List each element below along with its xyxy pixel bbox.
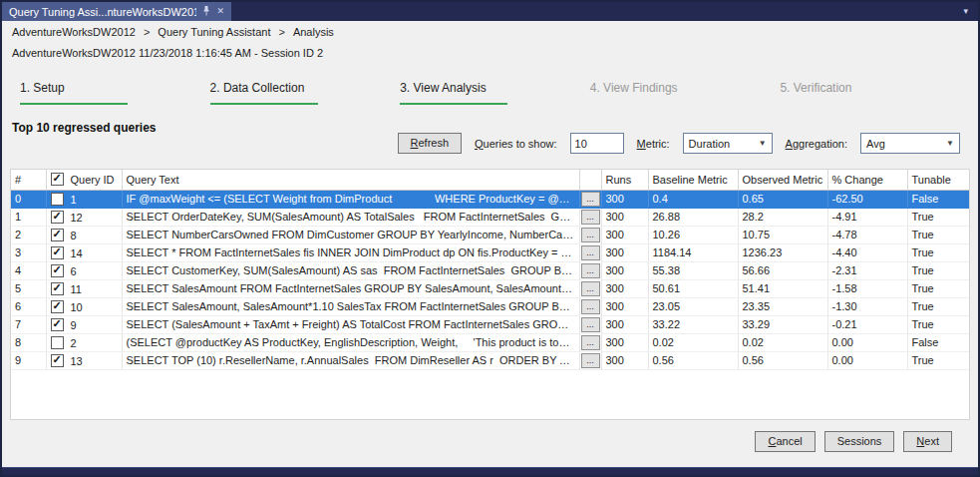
chevron-down-icon: ▼ [759,139,767,148]
step-setup[interactable]: 1. Setup [20,81,210,105]
column-header-baseline: Baseline Metric [648,170,738,190]
step-underline [20,103,128,105]
row-checkbox[interactable] [51,264,64,277]
queries-to-show-input[interactable] [570,133,624,154]
query-detail-button[interactable]: ... [581,228,600,242]
table-body: 0 1 IF @maxWeight <= (SELECT Weight from… [11,190,969,369]
table-row[interactable]: 5 11 SELECT SalesAmount FROM FactInterne… [11,279,969,297]
step-view-findings: 4. View Findings [590,81,781,105]
bottom-bar [2,467,978,475]
pct-change-cell: -2.31 [827,261,907,279]
row-checkbox[interactable] [51,211,64,224]
metric-combo[interactable]: Duration ▼ [683,133,773,154]
aggregation-combo[interactable]: Avg ▼ [860,133,960,154]
pct-change-cell: 0.00 [827,351,907,369]
next-button[interactable]: Next [903,431,952,452]
pct-change-cell: -4.78 [827,226,907,243]
query-detail-button[interactable]: ... [581,317,600,332]
query-text-cell: SELECT OrderDateKey, SUM(SalesAmount) AS… [122,208,579,226]
query-id-cell: 10 [46,297,122,315]
observed-metric-cell: 10.75 [738,226,827,243]
baseline-metric-cell: 0.4 [648,190,738,208]
row-checkbox[interactable] [51,193,64,206]
baseline-metric-cell: 55.38 [648,261,738,279]
results-grid: # Query ID Query Text Runs Baseline Metr… [10,169,970,420]
pct-change-cell: -4.91 [827,208,907,226]
tunable-cell: True [907,315,969,333]
query-detail-cell: ... [579,333,601,351]
baseline-metric-cell: 1184.14 [648,243,738,261]
table-row[interactable]: 7 9 SELECT (SalesAmount + TaxAmt + Freig… [11,315,969,333]
tab-list-caret-icon[interactable]: ▾ [963,6,968,16]
query-detail-cell: ... [579,279,601,297]
query-text-cell: SELECT NumberCarsOwned FROM DimCustomer … [122,226,579,243]
select-all-checkbox[interactable] [51,173,64,186]
table-row[interactable]: 8 2 (SELECT @productKey AS ProductKey, E… [11,333,969,351]
step-underline [780,103,887,105]
pct-change-cell: -62.50 [827,190,907,208]
query-text-cell: SELECT TOP (10) r.ResellerName, r.Annual… [122,351,579,369]
pct-change-cell: 0.00 [827,333,907,351]
tunable-cell: True [907,261,969,279]
breadcrumb-item-assistant[interactable]: Query Tuning Assistant [158,26,270,38]
table-row[interactable]: 4 6 SELECT CustomerKey, SUM(SalesAmount)… [11,261,969,279]
table-row[interactable]: 0 1 IF @maxWeight <= (SELECT Weight from… [11,190,969,208]
observed-metric-cell: 1236.23 [738,243,827,261]
row-index: 5 [11,279,46,297]
query-detail-button[interactable]: ... [581,245,600,260]
pct-change-cell: -1.58 [827,279,907,297]
document-tab[interactable]: Query Tuning Assi...ntureWorksDW2012] ✕ [2,2,231,21]
runs-cell: 300 [601,279,648,297]
tunable-cell: True [907,243,969,261]
row-index: 9 [11,351,46,369]
row-index: 4 [11,261,46,279]
query-detail-button[interactable]: ... [581,353,600,368]
query-detail-button[interactable]: ... [581,335,600,350]
breadcrumb-item-analysis[interactable]: Analysis [293,26,334,38]
step-data-collection[interactable]: 2. Data Collection [210,81,401,105]
row-checkbox[interactable] [51,318,64,331]
row-checkbox[interactable] [51,336,64,349]
column-header-query-text: Query Text [122,170,579,190]
table-row[interactable]: 2 8 SELECT NumberCarsOwned FROM DimCusto… [11,226,969,243]
table-row[interactable]: 6 10 SELECT SalesAmount, SalesAmount*1.1… [11,297,969,315]
row-checkbox[interactable] [51,246,64,259]
row-checkbox[interactable] [51,282,64,295]
column-header-index: # [11,170,46,190]
baseline-metric-cell: 26.88 [648,208,738,226]
table-row[interactable]: 3 14 SELECT * FROM FactInternetSales fis… [11,243,969,261]
query-detail-button[interactable]: ... [581,210,600,225]
query-detail-button[interactable]: ... [581,192,600,207]
query-text-cell: (SELECT @productKey AS ProductKey, Engli… [122,333,579,351]
query-detail-button[interactable]: ... [581,281,600,296]
step-underline [400,103,507,105]
runs-cell: 300 [601,190,648,208]
wizard-steps: 1. Setup 2. Data Collection 3. View Anal… [10,81,970,105]
row-checkbox[interactable] [51,354,64,367]
query-detail-button[interactable]: ... [581,299,600,314]
column-header-tunable: Tunable [907,170,969,190]
sessions-button[interactable]: Sessions [824,431,895,452]
pin-icon[interactable] [202,6,210,18]
query-detail-button[interactable]: ... [581,263,600,278]
row-checkbox[interactable] [51,300,64,313]
table-row[interactable]: 1 12 SELECT OrderDateKey, SUM(SalesAmoun… [11,208,969,226]
table-row[interactable]: 9 13 SELECT TOP (10) r.ResellerName, r.A… [11,351,969,369]
metric-label: Metric: [637,138,670,150]
tab-bar: Query Tuning Assi...ntureWorksDW2012] ✕ … [2,2,978,21]
breadcrumb-item-database[interactable]: AdventureWorksDW2012 [12,26,136,38]
query-text-cell: SELECT * FROM FactInternetSales fis INNE… [122,243,579,261]
observed-metric-cell: 0.56 [738,351,827,369]
runs-cell: 300 [601,315,648,333]
query-id-cell: 2 [46,333,122,351]
row-checkbox[interactable] [51,229,64,241]
refresh-button[interactable]: Refresh [398,133,463,154]
close-icon[interactable]: ✕ [216,7,224,16]
cancel-button[interactable]: Cancel [755,431,815,452]
chevron-down-icon: ▼ [946,139,954,148]
tunable-cell: True [907,226,969,243]
query-id-cell: 1 [46,190,122,208]
step-view-analysis[interactable]: 3. View Analysis [400,81,590,105]
query-detail-cell: ... [579,297,601,315]
pct-change-cell: -1.30 [827,297,907,315]
